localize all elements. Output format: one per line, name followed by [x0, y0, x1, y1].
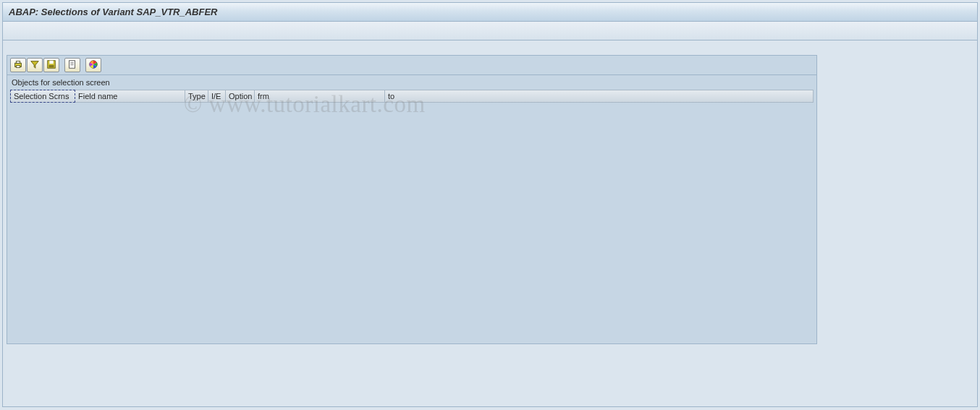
column-header-type[interactable]: Type — [185, 90, 208, 102]
selection-panel: Objects for selection screen Selection S… — [7, 55, 817, 344]
save-icon — [46, 59, 56, 71]
title-bar: ABAP: Selections of Variant SAP_VTR_ABFE… — [3, 3, 977, 22]
column-header-frm[interactable]: frm — [255, 90, 385, 102]
svg-rect-2 — [16, 66, 20, 68]
filter-icon — [30, 59, 40, 71]
page-icon — [67, 59, 77, 71]
print-icon — [13, 59, 23, 71]
column-header-ie[interactable]: I/E — [208, 90, 226, 102]
column-header-field-name[interactable]: Field name — [75, 90, 185, 102]
page-title: ABAP: Selections of Variant SAP_VTR_ABFE… — [9, 7, 217, 17]
action-toolbar — [7, 56, 816, 75]
color-legend-button[interactable] — [85, 58, 101, 72]
svg-rect-6 — [69, 61, 75, 69]
color-legend-icon — [88, 59, 98, 71]
page-preview-button[interactable] — [64, 58, 80, 72]
print-button[interactable] — [10, 58, 26, 72]
filter-button[interactable] — [27, 58, 43, 72]
save-button[interactable] — [43, 58, 59, 72]
column-header-selection-scrns[interactable]: Selection Scrns — [10, 90, 75, 103]
svg-rect-4 — [49, 61, 53, 64]
content-area: © www.tutorialkart.com — [3, 55, 977, 344]
table-header: Selection Scrns Field name Type I/E Opti… — [10, 90, 814, 103]
main-window: ABAP: Selections of Variant SAP_VTR_ABFE… — [2, 2, 978, 407]
column-header-to[interactable]: to — [385, 90, 537, 102]
section-label: Objects for selection screen — [7, 75, 816, 90]
column-header-option[interactable]: Option — [226, 90, 255, 102]
svg-rect-5 — [49, 65, 54, 68]
svg-rect-1 — [16, 61, 20, 64]
application-toolbar — [3, 22, 977, 40]
